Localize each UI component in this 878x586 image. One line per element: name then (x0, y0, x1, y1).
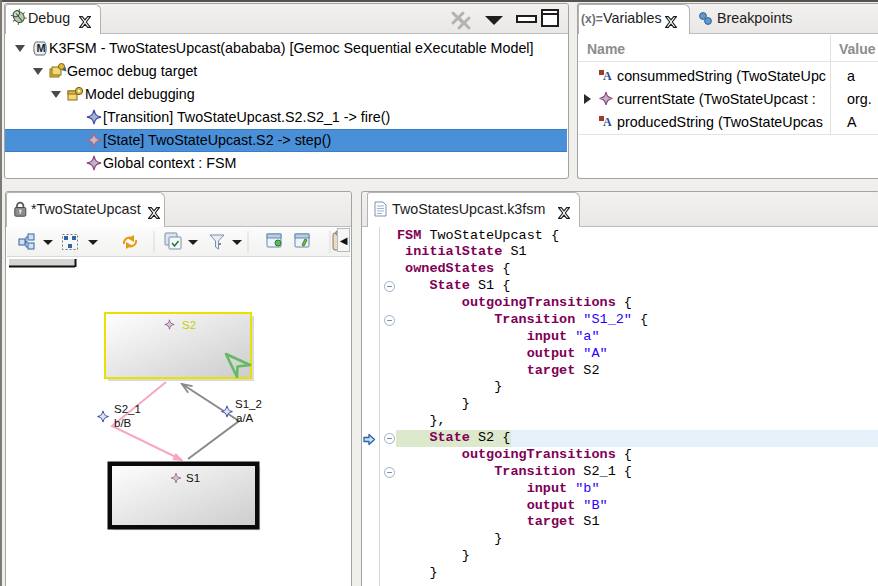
svg-text:S1: S1 (186, 472, 200, 484)
svg-text:b/B: b/B (114, 417, 132, 429)
svg-text:S2_1: S2_1 (114, 403, 141, 415)
svg-text:A: A (603, 69, 612, 83)
svg-text:S2: S2 (182, 319, 196, 331)
svg-text:A: A (603, 115, 612, 129)
svg-text:M: M (37, 42, 46, 54)
svg-text:a/A: a/A (236, 412, 254, 424)
svg-text:S1_2: S1_2 (235, 398, 262, 410)
